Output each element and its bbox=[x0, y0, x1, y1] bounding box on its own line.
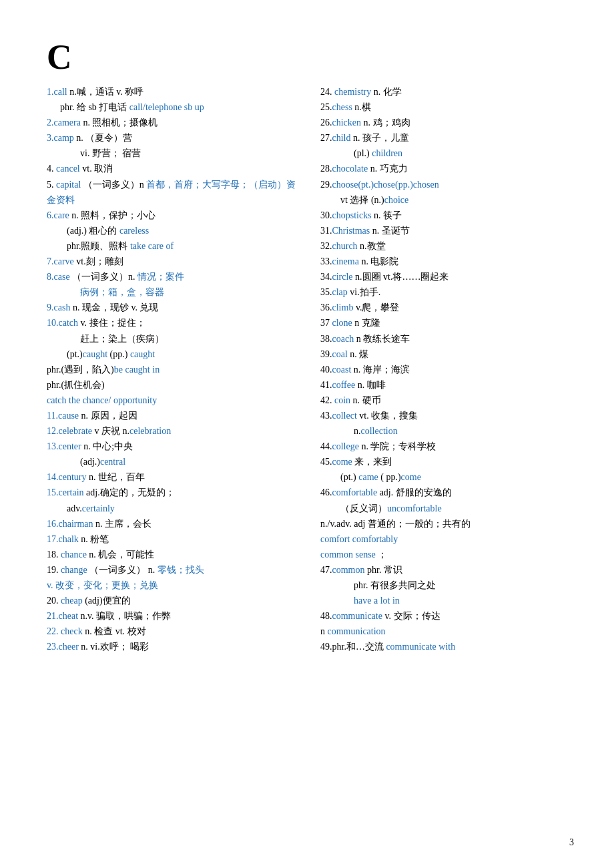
entry-entry20: 20. cheap (adj)便宜的 bbox=[47, 593, 300, 608]
entry-r48: 48.communicate v. 交际；传达 bbox=[320, 608, 574, 624]
entry-r46c: comfort comfortably bbox=[320, 531, 574, 547]
entry-r49: 49.phr.和…交流 communicate with bbox=[320, 639, 574, 654]
entry-r46d: common sense ； bbox=[320, 547, 574, 562]
entry-entry16: 16.chairman n. 主席，会长 bbox=[47, 516, 300, 531]
page-number: 3 bbox=[569, 837, 574, 848]
entry-entry8a: 病例；箱，盒，容器 bbox=[47, 284, 300, 300]
entry-r39: 39.coal n. 煤 bbox=[320, 347, 574, 362]
entry-r28: 28.chocolate n. 巧克力 bbox=[320, 161, 574, 176]
entry-r43: 43.collect vt. 收集，搜集 bbox=[320, 408, 574, 423]
entry-r46a: （反义词）uncomfortable bbox=[320, 501, 574, 516]
entry-r46b: n./v.adv. adj 普通的；一般的；共有的 bbox=[320, 516, 574, 531]
entry-entry23: 23.cheer n. vi.欢呼； 喝彩 bbox=[47, 639, 300, 654]
entry-r36: 36.climb v.爬，攀登 bbox=[320, 300, 574, 315]
entry-entry6a: (adj.) 粗心的 careless bbox=[47, 223, 300, 238]
entry-entry3: 3.camp n. （夏令）营 bbox=[47, 130, 300, 146]
entry-entry15: 15.certain adj.确定的，无疑的； bbox=[47, 485, 300, 500]
entry-entry17: 17.chalk n. 粉笔 bbox=[47, 531, 300, 547]
entry-r47a: phr. 有很多共同之处 bbox=[320, 578, 574, 593]
entry-entry10c: phr.(遇到，陷入)be caught in bbox=[47, 362, 300, 377]
entry-entry13: 13.center n. 中心;中央 bbox=[47, 439, 300, 454]
entry-r48a: n communication bbox=[320, 624, 574, 639]
entry-r43a: n.collection bbox=[320, 423, 574, 439]
entry-r47b: have a lot in bbox=[320, 593, 574, 608]
entry-r42: 42. coin n. 硬币 bbox=[320, 393, 574, 408]
entry-r40: 40.coast n. 海岸；海滨 bbox=[320, 362, 574, 377]
entry-entry22: 22. check n. 检查 vt. 校对 bbox=[47, 624, 300, 639]
entry-entry19: 19. change （一词多义） n. 零钱；找头 bbox=[47, 562, 300, 578]
entry-entry2: 2.camera n. 照相机；摄像机 bbox=[47, 115, 300, 130]
section-letter: C bbox=[47, 40, 574, 75]
left-column: 1.call n.喊，通话 v. 称呼phr. 给 sb 打电话 call/te… bbox=[47, 84, 300, 654]
entry-r45: 45.come 来，来到 bbox=[320, 454, 574, 469]
entry-entry21: 21.cheat n.v. 骗取，哄骗；作弊 bbox=[47, 608, 300, 624]
entry-entry1a: phr. 给 sb 打电话 call/telephone sb up bbox=[47, 99, 300, 115]
entry-entry5: 5. capital （一词多义）n 首都，首府；大写字母；（启动）资金资料 bbox=[47, 177, 300, 208]
entry-r25: 25.chess n.棋 bbox=[320, 99, 574, 115]
entry-entry10d: phr.(抓住机会) bbox=[47, 377, 300, 393]
entry-r35: 35.clap vi.拍手. bbox=[320, 284, 574, 300]
entry-r27: 27.child n. 孩子，儿童 bbox=[320, 130, 574, 146]
entry-entry12: 12.celebrate v 庆祝 n.celebration bbox=[47, 423, 300, 439]
entry-r41: 41.coffee n. 咖啡 bbox=[320, 377, 574, 393]
entry-entry10e: catch the chance/ opportunity bbox=[47, 393, 300, 408]
entry-entry10b: (pt.)caught (pp.) caught bbox=[47, 347, 300, 362]
entry-entry19a: v. 改变，变化；更换；兑换 bbox=[47, 578, 300, 593]
entry-entry14: 14.century n. 世纪，百年 bbox=[47, 469, 300, 485]
entry-r38: 38.coach n 教练长途车 bbox=[320, 331, 574, 347]
entry-r29a: vt 选择 (n.)choice bbox=[320, 192, 574, 208]
entry-entry9: 9.cash n. 现金，现钞 v. 兑现 bbox=[47, 300, 300, 315]
entry-entry6b: phr.照顾、照料 take care of bbox=[47, 238, 300, 254]
entry-r29: 29.choose(pt.)chose(pp.)chosen bbox=[320, 177, 574, 192]
entry-entry4: 4. cancel vt. 取消 bbox=[47, 161, 300, 176]
entry-r37: 37 clone n 克隆 bbox=[320, 315, 574, 331]
entry-r33: 33.cinema n. 电影院 bbox=[320, 254, 574, 269]
entry-entry11: 11.cause n. 原因，起因 bbox=[47, 408, 300, 423]
entry-r47: 47.common phr. 常识 bbox=[320, 562, 574, 578]
entry-entry8: 8.case （一词多义）n. 情况；案件 bbox=[47, 269, 300, 284]
entry-entry6: 6.care n. 照料，保护；小心 bbox=[47, 208, 300, 223]
entry-r34: 34.circle n.圆圈 vt.将……圈起来 bbox=[320, 269, 574, 284]
entry-entry3a: vi. 野营； 宿营 bbox=[47, 146, 300, 161]
entry-r31: 31.Christmas n. 圣诞节 bbox=[320, 223, 574, 238]
entry-r44: 44.college n. 学院；专科学校 bbox=[320, 439, 574, 454]
entry-entry7: 7.carve vt.刻；雕刻 bbox=[47, 254, 300, 269]
entry-entry18: 18. chance n. 机会，可能性 bbox=[47, 547, 300, 562]
entry-entry1: 1.call n.喊，通话 v. 称呼 bbox=[47, 84, 300, 99]
entry-r30: 30.chopsticks n. 筷子 bbox=[320, 208, 574, 223]
entry-r46: 46.comfortable adj. 舒服的安逸的 bbox=[320, 485, 574, 500]
entry-entry13a: (adj.)central bbox=[47, 454, 300, 469]
entry-entry15a: adv.certainly bbox=[47, 501, 300, 516]
entry-r26: 26.chicken n. 鸡；鸡肉 bbox=[320, 115, 574, 130]
entry-r45a: (pt.) came ( pp.)come bbox=[320, 469, 574, 485]
content-area: 1.call n.喊，通话 v. 称呼phr. 给 sb 打电话 call/te… bbox=[47, 84, 574, 654]
right-column: 24. chemistry n. 化学25.chess n.棋26.chicke… bbox=[320, 84, 574, 654]
entry-r24: 24. chemistry n. 化学 bbox=[320, 84, 574, 99]
entry-entry10a: 赶上；染上（疾病） bbox=[47, 331, 300, 347]
entry-entry10: 10.catch v. 接住；捉住； bbox=[47, 315, 300, 331]
entry-r32: 32.church n.教堂 bbox=[320, 238, 574, 254]
entry-r27a: (pl.) children bbox=[320, 146, 574, 161]
